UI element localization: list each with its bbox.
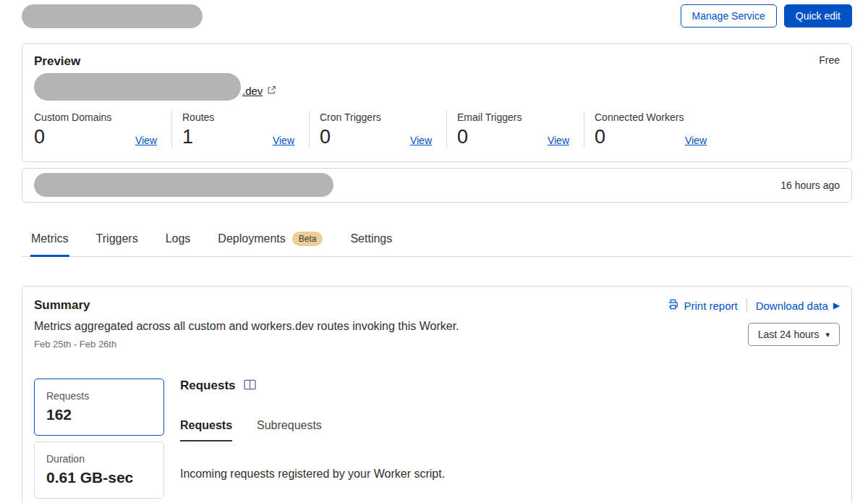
reference-book-icon[interactable] <box>244 379 256 392</box>
tab-metrics[interactable]: Metrics <box>30 229 69 257</box>
metric-value: 0.61 GB-sec <box>46 469 152 486</box>
redacted-service-name <box>22 4 203 28</box>
download-data-label: Download data <box>756 300 828 312</box>
metric-card-requests[interactable]: Requests 162 <box>34 379 164 436</box>
preview-header: Preview Free <box>34 54 840 69</box>
email-triggers-view-link[interactable]: View <box>548 135 569 148</box>
print-report-link[interactable]: Print report <box>668 299 737 312</box>
triangle-right-icon: ▶ <box>833 301 840 310</box>
tab-logs[interactable]: Logs <box>165 229 192 257</box>
print-report-label: Print report <box>684 300 737 312</box>
tab-settings[interactable]: Settings <box>349 229 393 257</box>
summary-body: Requests 162 Duration 0.61 GB-sec Reques… <box>34 379 840 499</box>
beta-badge: Beta <box>292 232 323 246</box>
tab-deployments[interactable]: Deployments Beta <box>217 229 323 257</box>
worker-overview-page: Manage Service Quick edit Preview Free .… <box>0 3 868 503</box>
stat-cron-triggers: Cron Triggers 0 View <box>309 111 446 148</box>
stat-value: 0 <box>34 127 45 148</box>
redacted-deployment-info <box>34 173 333 197</box>
stat-email-triggers: Email Triggers 0 View <box>446 111 584 148</box>
topbar: Manage Service Quick edit <box>22 3 852 29</box>
tab-label: Deployments <box>218 232 285 245</box>
subtab-subrequests[interactable]: Subrequests <box>257 419 322 441</box>
quick-edit-button[interactable]: Quick edit <box>784 4 852 28</box>
time-range-value: Last 24 hours <box>758 329 820 340</box>
time-range-dropdown[interactable]: Last 24 hours ▾ <box>748 323 840 346</box>
latest-deployment-card: 16 hours ago <box>22 168 852 203</box>
stat-label: Cron Triggers <box>320 111 432 124</box>
summary-description: Metrics aggregated across all custom and… <box>34 320 459 333</box>
stat-connected-workers: Connected Workers 0 View <box>584 111 721 148</box>
stat-value: 0 <box>320 127 331 148</box>
cron-triggers-view-link[interactable]: View <box>410 135 432 148</box>
summary-header-left: Summary Metrics aggregated across all cu… <box>34 298 459 350</box>
external-link-icon <box>267 85 276 97</box>
summary-date-range: Feb 25th - Feb 26th <box>34 339 459 350</box>
stat-routes: Routes 1 View <box>171 111 309 148</box>
panel-description: Incoming requests registered by your Wor… <box>180 468 840 481</box>
stat-value: 1 <box>182 127 193 148</box>
links-divider <box>746 298 747 313</box>
preview-card: Preview Free .dev Custom Domains <box>22 43 852 162</box>
preview-stats-row: Custom Domains 0 View Routes 1 View Cron… <box>34 111 840 148</box>
custom-domains-view-link[interactable]: View <box>135 135 157 148</box>
summary-header: Summary Metrics aggregated across all cu… <box>34 298 840 350</box>
domain-row: .dev <box>34 72 840 101</box>
stat-custom-domains: Custom Domains 0 View <box>34 111 171 148</box>
tab-label: Triggers <box>96 232 138 245</box>
manage-service-button[interactable]: Manage Service <box>681 4 777 28</box>
deployment-time: 16 hours ago <box>780 179 840 191</box>
tab-label: Settings <box>350 232 392 245</box>
metric-card-duration[interactable]: Duration 0.61 GB-sec <box>34 441 164 499</box>
summary-card: Summary Metrics aggregated across all cu… <box>22 286 852 503</box>
workers-dev-link[interactable]: .dev <box>242 85 276 101</box>
panel-title: Requests <box>180 379 236 393</box>
domain-suffix-label: .dev <box>242 85 263 97</box>
requests-panel: Requests Requests Subrequests Incoming r… <box>180 379 840 481</box>
stat-label: Email Triggers <box>457 111 569 124</box>
stat-label: Connected Workers <box>595 111 707 124</box>
stat-value: 0 <box>457 127 468 148</box>
tab-triggers[interactable]: Triggers <box>95 229 139 257</box>
tab-label: Logs <box>166 232 191 245</box>
metric-label: Duration <box>46 452 152 465</box>
download-data-link[interactable]: Download data ▶ <box>756 300 840 312</box>
stat-value: 0 <box>595 127 605 148</box>
stat-label: Routes <box>182 111 294 124</box>
panel-title-row: Requests <box>180 379 840 393</box>
panel-subtabs: Requests Subrequests <box>180 419 840 441</box>
caret-down-icon: ▾ <box>825 331 830 339</box>
summary-header-right: Print report Download data ▶ Last 24 hou… <box>668 298 840 346</box>
plan-label: Free <box>819 54 840 66</box>
metric-label: Requests <box>46 389 152 402</box>
subtab-requests[interactable]: Requests <box>180 419 232 441</box>
stat-label: Custom Domains <box>34 111 157 124</box>
routes-view-link[interactable]: View <box>273 135 294 148</box>
redacted-domain <box>34 73 241 101</box>
preview-title: Preview <box>34 54 80 69</box>
summary-title: Summary <box>34 298 459 313</box>
metric-card-list: Requests 162 Duration 0.61 GB-sec <box>34 379 164 499</box>
topbar-actions: Manage Service Quick edit <box>681 4 852 28</box>
connected-workers-view-link[interactable]: View <box>685 135 707 148</box>
tab-label: Metrics <box>31 232 69 245</box>
report-links: Print report Download data ▶ <box>668 298 840 313</box>
metric-value: 162 <box>46 406 152 423</box>
printer-icon <box>668 299 678 312</box>
tab-bar: Metrics Triggers Logs Deployments Beta S… <box>22 229 852 257</box>
